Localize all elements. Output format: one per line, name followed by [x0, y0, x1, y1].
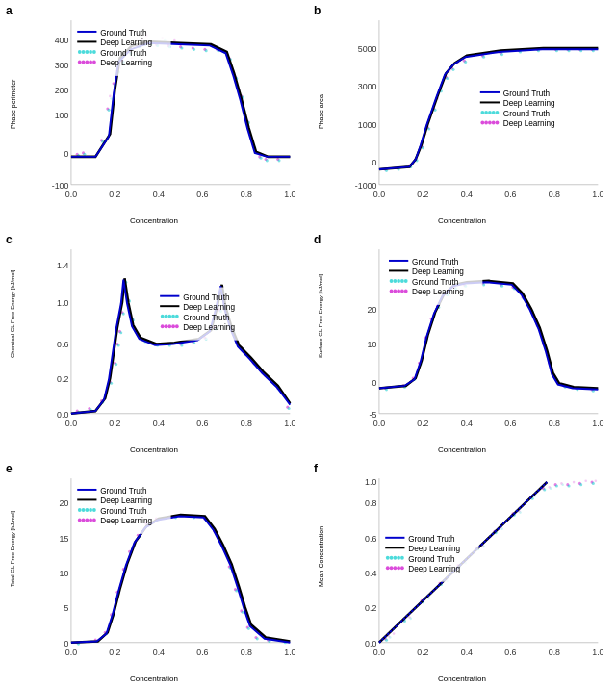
svg-text:0.6: 0.6: [196, 190, 208, 199]
panel-f-label: f: [314, 462, 318, 475]
svg-point-323: [404, 279, 408, 283]
svg-text:10: 10: [60, 569, 69, 578]
svg-text:Ground Truth: Ground Truth: [503, 109, 551, 118]
svg-point-218: [117, 344, 120, 346]
svg-point-97: [92, 60, 96, 64]
svg-point-88: [82, 50, 86, 54]
svg-text:0.2: 0.2: [109, 190, 120, 199]
svg-point-247: [165, 315, 168, 318]
svg-text:0.4: 0.4: [153, 648, 165, 657]
svg-point-322: [400, 279, 404, 283]
svg-text:Deep Learning: Deep Learning: [100, 496, 152, 505]
panel-e-chart: 0 5 10 15 20 0.0 0.2 0.4 0.6 0.8 1.0: [35, 466, 302, 668]
svg-point-400: [82, 518, 86, 522]
svg-text:0.0: 0.0: [65, 419, 77, 428]
svg-point-75: [266, 159, 269, 162]
svg-text:0.4: 0.4: [461, 419, 473, 428]
svg-text:1.0: 1.0: [592, 419, 603, 428]
panel-d: d Surface GL Free Energy [kJ/mol] -5 0 1…: [308, 229, 616, 458]
svg-point-91: [92, 50, 96, 54]
svg-text:Ground Truth: Ground Truth: [408, 534, 455, 544]
svg-point-46: [173, 39, 176, 42]
panel-c: c Chemical GL Free Energy [kJ/mol] 0.0 0…: [0, 229, 308, 458]
figure-container: a Phase perimeter -100 0 100 200 300 400…: [0, 0, 616, 687]
svg-text:0.6: 0.6: [365, 534, 376, 544]
svg-text:Deep Learning: Deep Learning: [183, 322, 235, 332]
svg-text:Deep Learning: Deep Learning: [183, 302, 235, 312]
panel-c-chart: 0.0 0.2 0.6 1.0 1.4 0.0 0.2 0.4 0.6 0.8 …: [35, 237, 302, 439]
svg-text:Deep Learning: Deep Learning: [408, 544, 460, 553]
svg-point-160: [480, 111, 484, 114]
svg-point-95: [85, 60, 89, 64]
svg-text:Deep Learning: Deep Learning: [100, 516, 152, 525]
svg-point-249: [171, 315, 175, 318]
svg-point-148: [500, 53, 503, 56]
svg-text:0.6: 0.6: [196, 419, 208, 428]
svg-text:20: 20: [60, 498, 69, 508]
svg-text:0.0: 0.0: [65, 190, 77, 199]
panel-a-y-label: Phase perimeter: [10, 100, 16, 129]
panel-f-y-label: Mean Concentration: [318, 558, 324, 587]
svg-point-246: [161, 315, 165, 318]
svg-text:0.2: 0.2: [417, 648, 428, 657]
svg-point-64: [180, 46, 183, 49]
svg-text:1.4: 1.4: [57, 261, 68, 270]
svg-text:0.2: 0.2: [109, 419, 120, 428]
svg-point-163: [492, 111, 496, 114]
panel-b-chart: -1000 0 1000 3000 5000 0.0 0.2 0.4 0.6 0…: [343, 8, 610, 210]
svg-text:Deep Learning: Deep Learning: [412, 287, 464, 296]
panel-f-x-label: Concentration: [438, 674, 486, 683]
svg-point-459: [568, 484, 571, 487]
svg-point-384: [247, 627, 250, 630]
svg-point-403: [92, 518, 96, 522]
svg-point-401: [85, 518, 89, 522]
svg-text:0.0: 0.0: [373, 419, 385, 428]
panel-e-label: e: [6, 462, 13, 475]
svg-text:5000: 5000: [358, 44, 377, 54]
svg-text:0.0: 0.0: [373, 190, 385, 199]
svg-point-253: [165, 324, 168, 328]
svg-point-319: [390, 279, 394, 283]
svg-text:Deep Learning: Deep Learning: [503, 118, 555, 128]
svg-text:0.4: 0.4: [153, 190, 165, 199]
svg-point-168: [488, 120, 492, 124]
panel-c-x-label: Concentration: [130, 445, 178, 454]
svg-text:0.4: 0.4: [461, 648, 473, 657]
svg-text:0.2: 0.2: [57, 374, 68, 384]
svg-text:0.0: 0.0: [373, 648, 385, 657]
svg-point-74: [260, 157, 263, 160]
svg-text:0.2: 0.2: [365, 603, 376, 613]
panel-a-x-label: Concentration: [130, 216, 178, 225]
panel-a-label: a: [6, 4, 13, 17]
svg-text:100: 100: [55, 111, 69, 120]
svg-text:1.0: 1.0: [284, 419, 295, 428]
panel-e-y-label: Total GL Free Energy [kJ/mol]: [10, 558, 15, 587]
svg-point-395: [85, 508, 89, 512]
svg-text:Ground Truth: Ground Truth: [100, 486, 147, 496]
svg-text:0.8: 0.8: [241, 648, 252, 657]
svg-point-146: [464, 61, 467, 64]
svg-point-383: [242, 611, 244, 614]
svg-text:0.6: 0.6: [196, 648, 208, 657]
svg-point-76: [277, 159, 280, 162]
svg-text:Ground Truth: Ground Truth: [503, 89, 551, 98]
svg-point-302: [482, 283, 485, 286]
svg-text:1.0: 1.0: [365, 477, 376, 487]
svg-point-240: [288, 407, 291, 410]
svg-point-228: [180, 344, 183, 346]
svg-text:400: 400: [55, 36, 69, 45]
svg-text:Ground Truth: Ground Truth: [412, 277, 459, 287]
svg-point-167: [484, 120, 488, 124]
svg-point-320: [393, 279, 397, 283]
svg-point-462: [389, 636, 392, 639]
svg-point-457: [543, 488, 546, 491]
svg-text:20: 20: [368, 305, 377, 315]
panel-a: a Phase perimeter -100 0 100 200 300 400…: [0, 0, 308, 229]
svg-point-329: [404, 289, 408, 293]
svg-text:Deep Learning: Deep Learning: [408, 564, 460, 573]
svg-point-472: [561, 483, 564, 486]
svg-text:1.0: 1.0: [284, 190, 295, 199]
panel-c-y-label: Chemical GL Free Energy [kJ/mol]: [10, 329, 15, 358]
svg-text:300: 300: [55, 61, 69, 70]
svg-text:0: 0: [372, 158, 376, 167]
